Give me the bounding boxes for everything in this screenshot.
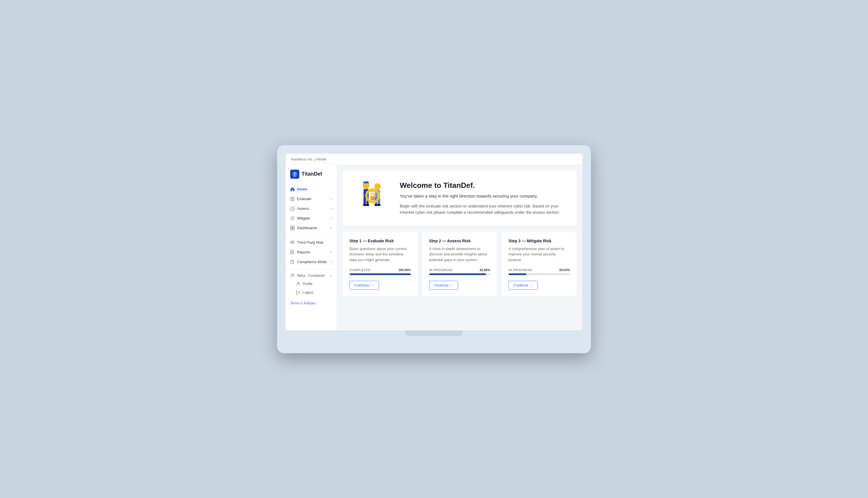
svg-point-15: [363, 181, 369, 183]
laptop-frame: Kerberos Inc. | Home TitanDef: [277, 145, 591, 353]
step3-progress-bar-bg: [509, 273, 570, 275]
svg-rect-30: [370, 196, 375, 200]
home-icon: [290, 187, 295, 192]
sidebar-item-assess[interactable]: Assess ▾: [285, 204, 337, 213]
svg-point-20: [366, 204, 369, 206]
compliance-icon: [290, 260, 295, 264]
user-chevron: ▴: [331, 274, 332, 277]
dashboards-chevron: ▾: [331, 226, 332, 230]
welcome-subtitle: You've taken a step in the right directi…: [400, 193, 565, 199]
svg-rect-3: [291, 226, 292, 228]
step2-progress-bar-bg: [429, 273, 490, 275]
svg-rect-4: [293, 226, 294, 228]
svg-rect-17: [363, 197, 366, 205]
step2-continue-button[interactable]: Continue →: [429, 281, 459, 290]
welcome-banner: Welcome to TitanDef. You've taken a step…: [343, 171, 577, 226]
compliance-chevron: ▾: [331, 260, 332, 263]
app-layout: TitanDef Home Evaluate ▾: [285, 165, 583, 330]
step3-pct: 29.03%: [559, 268, 570, 272]
step1-progress-bar-fill: [349, 273, 411, 275]
user-icon: [290, 273, 295, 278]
step1-pct: 100.00%: [398, 268, 411, 272]
step-card-1: Step 1 — Evaluate Risk Basic questions a…: [343, 232, 418, 297]
step3-title: Step 3 — Mitigate Risk: [509, 239, 570, 243]
evaluate-chevron: ▾: [331, 197, 332, 200]
policies-link[interactable]: Policies: [304, 301, 315, 305]
sidebar-item-compliance-mode[interactable]: Compliance Mode ▾: [285, 257, 337, 267]
footer-links: Terms & Policies: [285, 297, 337, 310]
step3-status: IN PROGRESS: [509, 268, 532, 272]
sidebar-item-home[interactable]: Home: [285, 184, 337, 194]
sidebar-item-profile[interactable]: Profile: [285, 280, 337, 288]
step3-progress-bar-fill: [509, 273, 526, 275]
sidebar-item-third-party-risk[interactable]: Third Party Risk: [285, 238, 337, 247]
profile-icon: [296, 281, 301, 286]
assess-chevron: ▾: [331, 207, 332, 210]
step-card-3: Step 3 — Mitigate Risk A comprehensive p…: [502, 232, 577, 297]
step1-progress-bar-bg: [349, 273, 411, 275]
welcome-text: Welcome to TitanDef. You've taken a step…: [400, 181, 565, 216]
welcome-illustration: [354, 179, 388, 218]
svg-rect-6: [293, 228, 294, 230]
reports-chevron: ▾: [331, 251, 332, 254]
step1-continue-button[interactable]: Continue →: [349, 281, 379, 290]
step-card-2: Step 2 — Assess Risk A more in-depth ass…: [422, 232, 497, 297]
svg-point-22: [374, 183, 381, 189]
mitigate-icon: [290, 216, 295, 221]
step1-desc: Basic questions about your current busin…: [349, 246, 411, 263]
step1-status: COMPLETED: [349, 268, 371, 272]
svg-point-8: [293, 241, 294, 242]
sidebar-item-mitigate[interactable]: Mitigate ▾: [285, 213, 337, 223]
main-content: Welcome to TitanDef. You've taken a step…: [337, 165, 583, 330]
logo-text: TitanDef: [302, 171, 322, 177]
laptop-stand: [406, 330, 462, 336]
logout-icon: [296, 290, 301, 295]
step2-pct: 92.86%: [480, 268, 490, 272]
titandef-logo-icon: [290, 170, 299, 179]
third-party-icon: [290, 240, 295, 245]
step2-progress-row: IN PROGRESS 92.86%: [429, 268, 490, 272]
logo-area: TitanDef: [285, 170, 337, 184]
step2-status: IN PROGRESS: [429, 268, 452, 272]
welcome-body: Begin with the evaluate risk section to …: [400, 203, 565, 216]
terms-link[interactable]: Terms: [290, 301, 299, 305]
breadcrumb: Kerberos Inc. | Home: [291, 157, 327, 161]
reports-icon: [290, 250, 295, 254]
laptop-screen: Kerberos Inc. | Home TitanDef: [285, 154, 583, 330]
evaluate-icon: [290, 197, 295, 201]
svg-point-27: [377, 204, 381, 206]
sidebar-item-logout[interactable]: Logout: [285, 288, 337, 297]
steps-grid: Step 1 — Evaluate Risk Basic questions a…: [343, 232, 577, 297]
svg-rect-5: [291, 228, 292, 230]
sidebar-item-reports[interactable]: Reports ▾: [285, 247, 337, 257]
footer-separator: &: [301, 301, 304, 305]
step2-progress-bar-fill: [429, 273, 486, 275]
top-bar: Kerberos Inc. | Home: [285, 154, 583, 165]
sidebar-item-evaluate[interactable]: Evaluate ▾: [285, 194, 337, 204]
step3-continue-button[interactable]: Continue →: [509, 281, 538, 290]
step2-title: Step 2 — Assess Risk: [429, 239, 490, 243]
step3-progress-row: IN PROGRESS 29.03%: [509, 268, 570, 272]
dashboards-icon: [290, 226, 295, 230]
assess-icon: [290, 206, 295, 211]
sidebar: TitanDef Home Evaluate ▾: [285, 165, 337, 330]
step1-title: Step 1 — Evaluate Risk: [349, 239, 411, 243]
user-section[interactable]: Neha - Contributor ▴: [285, 272, 337, 280]
welcome-title: Welcome to TitanDef.: [400, 181, 565, 190]
mitigate-chevron: ▾: [331, 217, 332, 220]
sidebar-item-dashboards[interactable]: Dashboards ▾: [285, 223, 337, 233]
svg-point-7: [291, 241, 293, 243]
step1-progress-row: COMPLETED 100.00%: [349, 268, 411, 272]
step2-desc: A more in-depth assessment to discover a…: [429, 246, 490, 263]
nav-divider-2: [285, 269, 337, 270]
step3-desc: A comprehensive plan of action to improv…: [509, 246, 570, 263]
